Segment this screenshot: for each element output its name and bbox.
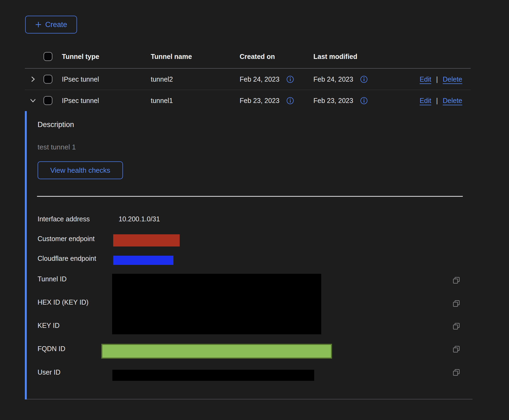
- section-divider: [37, 196, 463, 197]
- last-modified-cell: Feb 24, 2023: [313, 75, 368, 83]
- description-label: Description: [38, 121, 74, 129]
- actions-separator: |: [436, 97, 438, 105]
- row-actions: Edit | Delete: [420, 75, 462, 83]
- hex-id-label: HEX ID (KEY ID): [38, 298, 88, 306]
- description-value: test tunnel 1: [38, 143, 76, 151]
- delete-link[interactable]: Delete: [443, 97, 462, 105]
- fqdn-id-redaction: [101, 344, 332, 359]
- tunnel-name-cell: tunnel2: [151, 75, 173, 83]
- row-checkbox[interactable]: [43, 75, 52, 84]
- tunnel-type-cell: IPsec tunnel: [62, 97, 99, 105]
- info-icon[interactable]: [360, 75, 368, 83]
- table-row: IPsec tunnel tunnel1 Feb 23, 2023 Feb 23…: [25, 90, 471, 111]
- column-last-modified: Last modified: [313, 52, 357, 60]
- copy-icon[interactable]: [452, 299, 460, 308]
- tunnel-type-cell: IPsec tunnel: [62, 75, 99, 83]
- cloudflare-endpoint-label: Cloudflare endpoint: [38, 255, 96, 262]
- tunnel-ids-redaction: [112, 274, 321, 334]
- last-modified-cell: Feb 23, 2023: [313, 97, 368, 105]
- copy-icon[interactable]: [452, 322, 460, 330]
- created-on-date: Feb 24, 2023: [240, 75, 279, 83]
- copy-icon[interactable]: [452, 345, 460, 353]
- create-button-label: Create: [45, 21, 67, 29]
- table-row: IPsec tunnel tunnel2 Feb 24, 2023 Feb 24…: [25, 69, 471, 90]
- interface-address-value: 10.200.1.0/31: [119, 215, 160, 223]
- table-header: Tunnel type Tunnel name Created on Last …: [25, 45, 471, 68]
- column-tunnel-type: Tunnel type: [62, 52, 99, 60]
- last-modified-date: Feb 23, 2023: [313, 97, 353, 105]
- interface-address-label: Interface address: [38, 215, 90, 223]
- customer-endpoint-redaction: [113, 234, 180, 246]
- user-id-label: User ID: [38, 368, 61, 376]
- fqdn-id-label: FQDN ID: [38, 345, 65, 353]
- delete-link[interactable]: Delete: [443, 75, 462, 83]
- last-modified-date: Feb 24, 2023: [313, 75, 353, 83]
- created-on-date: Feb 23, 2023: [240, 97, 279, 105]
- chevron-down-icon[interactable]: [29, 96, 37, 105]
- row-actions: Edit | Delete: [420, 97, 462, 105]
- customer-endpoint-label: Customer endpoint: [38, 235, 95, 243]
- select-all-checkbox[interactable]: [43, 52, 52, 61]
- key-id-label: KEY ID: [38, 322, 60, 329]
- info-icon[interactable]: [286, 97, 294, 104]
- copy-icon[interactable]: [452, 276, 460, 284]
- created-on-cell: Feb 24, 2023: [240, 75, 294, 83]
- info-icon[interactable]: [360, 97, 368, 104]
- plus-icon: [35, 21, 42, 28]
- create-button[interactable]: Create: [25, 16, 77, 34]
- edit-link[interactable]: Edit: [420, 97, 431, 105]
- tunnels-page: Create Tunnel type Tunnel name Created o…: [0, 0, 509, 420]
- copy-icon[interactable]: [452, 368, 460, 376]
- edit-link[interactable]: Edit: [420, 75, 431, 83]
- detail-bottom-divider: [27, 399, 473, 399]
- created-on-cell: Feb 23, 2023: [240, 97, 294, 105]
- column-created-on: Created on: [240, 52, 275, 60]
- row-checkbox[interactable]: [43, 96, 52, 105]
- expanded-tunnel-detail: Description test tunnel 1 View health ch…: [25, 111, 471, 399]
- tunnel-name-cell: tunnel1: [151, 97, 173, 105]
- cloudflare-endpoint-redaction: [113, 256, 173, 265]
- tunnel-id-label: Tunnel ID: [38, 275, 66, 283]
- view-health-checks-button[interactable]: View health checks: [38, 161, 123, 179]
- view-health-checks-label: View health checks: [50, 166, 110, 175]
- user-id-redaction: [112, 370, 314, 381]
- chevron-right-icon[interactable]: [29, 75, 37, 84]
- info-icon[interactable]: [286, 75, 294, 83]
- actions-separator: |: [436, 75, 438, 83]
- column-tunnel-name: Tunnel name: [151, 52, 192, 60]
